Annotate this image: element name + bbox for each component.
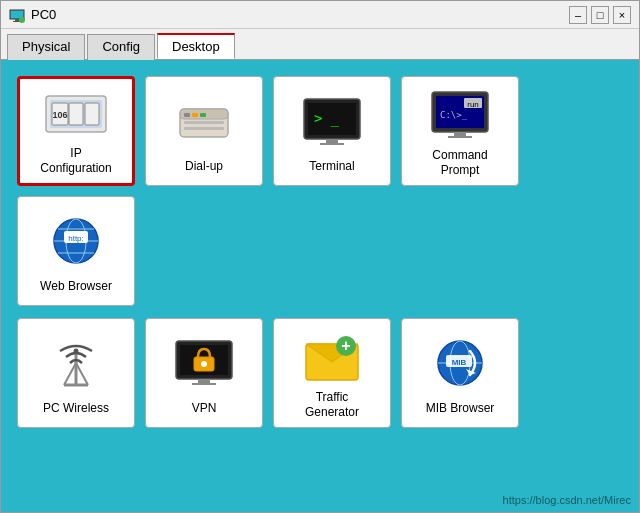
svg-text:106: 106 bbox=[52, 110, 67, 120]
svg-text:http:: http: bbox=[68, 234, 84, 243]
dial-up-image bbox=[172, 89, 236, 153]
close-button[interactable]: × bbox=[613, 6, 631, 24]
svg-rect-20 bbox=[326, 139, 338, 143]
command-prompt-image: run C:\>_ bbox=[428, 85, 492, 142]
pc-wireless-image bbox=[44, 331, 108, 395]
window-title: PC0 bbox=[31, 7, 56, 22]
svg-rect-45 bbox=[198, 379, 210, 383]
dial-up-icon[interactable]: Dial-up bbox=[145, 76, 263, 186]
traffic-generator-label: TrafficGenerator bbox=[305, 390, 359, 419]
svg-rect-21 bbox=[320, 143, 344, 145]
ip-configuration-label: IPConfiguration bbox=[40, 146, 111, 175]
svg-rect-15 bbox=[184, 121, 224, 124]
svg-rect-13 bbox=[192, 113, 198, 117]
pc-wireless-icon[interactable]: PC Wireless bbox=[17, 318, 135, 428]
svg-point-3 bbox=[19, 17, 25, 23]
tab-config[interactable]: Config bbox=[87, 34, 155, 60]
svg-text:MIB: MIB bbox=[452, 358, 467, 367]
svg-rect-27 bbox=[454, 132, 466, 136]
command-prompt-icon[interactable]: run C:\>_ CommandPrompt bbox=[401, 76, 519, 186]
tab-physical[interactable]: Physical bbox=[7, 34, 85, 60]
dial-up-label: Dial-up bbox=[185, 159, 223, 173]
web-browser-icon[interactable]: http: Web Browser bbox=[17, 196, 135, 306]
svg-text:run: run bbox=[467, 100, 479, 109]
svg-rect-12 bbox=[184, 113, 190, 117]
svg-text:C:\>_: C:\>_ bbox=[440, 110, 468, 120]
terminal-icon[interactable]: > _ Terminal bbox=[273, 76, 391, 186]
app-grid-row2: PC Wireless bbox=[17, 318, 623, 428]
vpn-icon[interactable]: VPN bbox=[145, 318, 263, 428]
tab-desktop[interactable]: Desktop bbox=[157, 33, 235, 59]
web-browser-image: http: bbox=[44, 209, 108, 273]
svg-rect-46 bbox=[192, 383, 216, 385]
svg-rect-8 bbox=[85, 103, 99, 125]
app-grid-row1: 106 IPConfiguration bbox=[17, 76, 623, 306]
main-window: PC0 – □ × Physical Config Desktop bbox=[0, 0, 640, 513]
traffic-generator-icon[interactable]: + TrafficGenerator bbox=[273, 318, 391, 428]
command-prompt-label: CommandPrompt bbox=[432, 148, 487, 177]
mib-browser-image: MIB bbox=[428, 331, 492, 395]
web-browser-label: Web Browser bbox=[40, 279, 112, 293]
content-area: 106 IPConfiguration bbox=[1, 60, 639, 512]
mib-browser-icon[interactable]: MIB MIB Browser bbox=[401, 318, 519, 428]
svg-rect-1 bbox=[15, 19, 19, 21]
svg-text:+: + bbox=[341, 337, 350, 354]
window-controls: – □ × bbox=[569, 6, 631, 24]
svg-rect-14 bbox=[200, 113, 206, 117]
vpn-image bbox=[172, 331, 236, 395]
maximize-button[interactable]: □ bbox=[591, 6, 609, 24]
svg-point-40 bbox=[74, 348, 79, 353]
tab-bar: Physical Config Desktop bbox=[1, 29, 639, 60]
svg-point-44 bbox=[201, 361, 207, 367]
ip-configuration-image: 106 bbox=[44, 87, 108, 140]
minimize-button[interactable]: – bbox=[569, 6, 587, 24]
app-icon bbox=[9, 7, 25, 23]
terminal-label: Terminal bbox=[309, 159, 354, 173]
vpn-label: VPN bbox=[192, 401, 217, 415]
mib-browser-label: MIB Browser bbox=[426, 401, 495, 415]
svg-line-39 bbox=[76, 363, 88, 385]
svg-rect-7 bbox=[69, 103, 83, 125]
watermark: https://blog.csdn.net/Mirec bbox=[503, 494, 631, 506]
title-left: PC0 bbox=[9, 7, 56, 23]
pc-wireless-label: PC Wireless bbox=[43, 401, 109, 415]
ip-configuration-icon[interactable]: 106 IPConfiguration bbox=[17, 76, 135, 186]
svg-line-38 bbox=[64, 363, 76, 385]
title-bar: PC0 – □ × bbox=[1, 1, 639, 29]
svg-rect-28 bbox=[448, 136, 472, 138]
svg-rect-16 bbox=[184, 127, 224, 130]
svg-text:> _: > _ bbox=[314, 110, 340, 127]
terminal-image: > _ bbox=[300, 89, 364, 153]
traffic-generator-image: + bbox=[300, 327, 364, 384]
